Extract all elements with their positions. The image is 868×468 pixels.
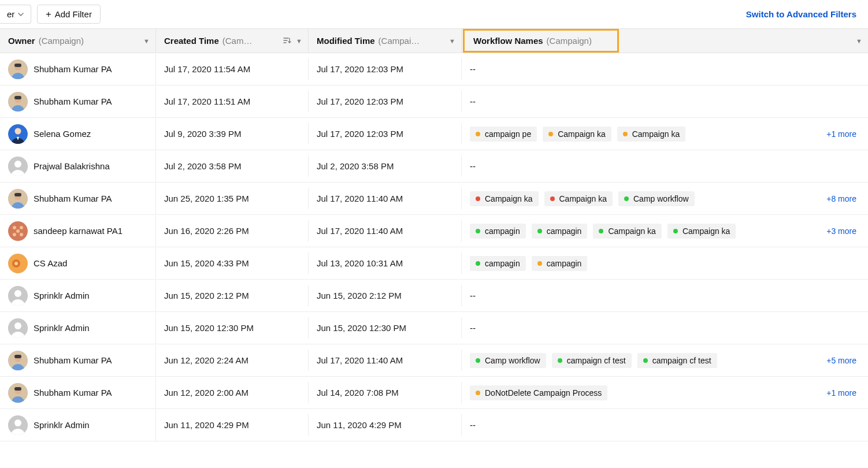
modified-time: Jul 2, 2020 3:58 PM [317, 161, 394, 171]
owner-name: Shubham Kumar PA [34, 388, 112, 398]
modified-time: Jun 15, 2020 12:30 PM [317, 323, 406, 333]
header-sublabel: (Campaign) [39, 36, 84, 46]
table-row[interactable]: Shubham Kumar PAJul 17, 2020 11:54 AMJul… [0, 53, 868, 86]
caret-down-icon[interactable]: ▼ [856, 38, 862, 44]
avatar [8, 60, 28, 79]
workflow-tag[interactable]: Campaign ka [543, 127, 611, 142]
svg-point-18 [16, 229, 20, 233]
filter-dropdown-button[interactable]: er [0, 5, 31, 24]
table-row[interactable]: Selena GomezJul 9, 2020 3:39 PMJul 17, 2… [0, 118, 868, 150]
tag-text: Campaign ka [558, 129, 606, 139]
tag-text: campaign cf test [652, 356, 711, 365]
modified-time: Jul 17, 2020 12:03 PM [317, 129, 403, 139]
add-filter-button[interactable]: + Add Filter [37, 5, 101, 24]
workflow-tag[interactable]: Campaign ka [544, 191, 613, 206]
more-tags-link[interactable]: +8 more [826, 194, 860, 203]
tag-text: DoNotDelete Campaign Process [485, 388, 602, 398]
cell-workflow: -- [462, 317, 868, 339]
workflow-tag[interactable]: DoNotDelete Campaign Process [470, 385, 607, 400]
status-dot-icon [548, 132, 553, 136]
tag-text: campagin [547, 226, 582, 236]
column-header-created[interactable]: Created Time (Cam… ▼ [156, 29, 309, 53]
created-time: Jun 15, 2020 2:12 PM [164, 291, 249, 300]
header-label: Created Time [164, 36, 219, 46]
workflow-tag[interactable]: Campaign ka [593, 224, 662, 239]
table-row[interactable]: Sprinklr AdminJun 15, 2020 2:12 PMJun 15… [0, 280, 868, 312]
table-row[interactable]: Shubham Kumar PAJun 25, 2020 1:35 PMJul … [0, 183, 868, 215]
plus-icon: + [46, 10, 51, 19]
avatar [8, 254, 28, 273]
table-body: Shubham Kumar PAJul 17, 2020 11:54 AMJul… [0, 53, 868, 441]
modified-time: Jun 15, 2020 2:12 PM [317, 291, 402, 300]
more-tags-link[interactable]: +1 more [826, 129, 860, 139]
created-time: Jun 11, 2020 4:29 PM [164, 420, 249, 430]
status-dot-icon [537, 261, 542, 266]
more-tags-link[interactable]: +5 more [826, 356, 860, 365]
column-header-workflow[interactable]: Workflow Names (Campaign) ▼ [462, 29, 868, 53]
workflow-tag[interactable]: campagin [532, 224, 588, 239]
status-dot-icon [476, 132, 480, 136]
modified-time: Jul 14, 2020 7:08 PM [317, 388, 399, 398]
data-table: Owner (Campaign) ▼ Created Time (Cam… ▼ … [0, 28, 868, 441]
table-row[interactable]: Sprinklr AdminJun 15, 2020 12:30 PMJun 1… [0, 312, 868, 344]
avatar [8, 383, 28, 403]
column-header-modified[interactable]: Modified Time (Campai… ▼ [309, 29, 462, 53]
table-row[interactable]: Prajwal BalakrishnaJul 2, 2020 3:58 PMJu… [0, 150, 868, 183]
more-tags-link[interactable]: +1 more [826, 388, 860, 398]
cell-created: Jun 16, 2020 2:26 PM [156, 220, 309, 242]
owner-name: Shubham Kumar PA [34, 64, 112, 74]
table-row[interactable]: Shubham Kumar PAJun 12, 2020 2:24 AMJul … [0, 344, 868, 377]
avatar [8, 189, 28, 209]
cell-workflow: Camp workflowcampaign cf testcampaign cf… [462, 347, 868, 374]
table-row[interactable]: sandeep karnawat PA1Jun 16, 2020 2:26 PM… [0, 215, 868, 247]
header-sublabel: (Cam… [222, 36, 253, 46]
svg-point-21 [14, 262, 18, 265]
avatar [8, 157, 28, 176]
cell-workflow: campagincampaginCampaign kaCampaign ka+3… [462, 218, 868, 244]
tag-text: Campaign ka [485, 194, 533, 203]
cell-created: Jun 12, 2020 2:00 AM [156, 382, 309, 403]
workflow-tag[interactable]: Campaign ka [667, 224, 736, 239]
cell-owner: Sprinklr Admin [0, 313, 156, 344]
workflow-tag[interactable]: Camp workflow [618, 191, 695, 206]
cell-created: Jul 9, 2020 3:39 PM [156, 123, 309, 144]
workflow-tag[interactable]: campaign cf test [637, 353, 717, 368]
more-tags-link[interactable]: +3 more [826, 226, 860, 236]
workflow-tag[interactable]: campaign pe [470, 127, 537, 142]
workflow-tag[interactable]: Campaign ka [470, 191, 539, 206]
cell-created: Jul 17, 2020 11:54 AM [156, 58, 309, 80]
cell-owner: sandeep karnawat PA1 [0, 216, 156, 247]
cell-owner: CS Azad [0, 248, 156, 279]
table-row[interactable]: Sprinklr AdminJun 11, 2020 4:29 PMJun 11… [0, 409, 868, 441]
workflow-tag[interactable]: Camp workflow [470, 353, 546, 368]
created-time: Jun 25, 2020 1:35 PM [164, 194, 249, 203]
switch-advanced-filters-link[interactable]: Switch to Advanced Filters [746, 9, 868, 19]
cell-created: Jun 12, 2020 2:24 AM [156, 350, 309, 371]
table-row[interactable]: Shubham Kumar PAJun 12, 2020 2:00 AMJul … [0, 377, 868, 409]
cell-modified: Jun 11, 2020 4:29 PM [309, 414, 462, 436]
tag-text: Campaign ka [559, 194, 607, 203]
workflow-tag[interactable]: campagin [470, 256, 526, 271]
status-dot-icon [476, 358, 480, 363]
workflow-tag[interactable]: Campaign ka [617, 127, 686, 142]
sort-icon[interactable] [283, 37, 291, 45]
cell-owner: Shubham Kumar PA [0, 54, 156, 85]
table-row[interactable]: Shubham Kumar PAJul 17, 2020 11:51 AMJul… [0, 86, 868, 118]
cell-modified: Jul 17, 2020 12:03 PM [309, 58, 462, 80]
caret-down-icon[interactable]: ▼ [143, 38, 150, 44]
table-row[interactable]: CS AzadJun 15, 2020 4:33 PMJul 13, 2020 … [0, 247, 868, 280]
caret-down-icon[interactable]: ▼ [449, 38, 455, 44]
svg-point-33 [14, 419, 21, 426]
empty-value: -- [470, 64, 476, 74]
cell-owner: Prajwal Balakrishna [0, 151, 156, 182]
caret-down-icon[interactable]: ▼ [296, 38, 302, 44]
owner-name: Shubham Kumar PA [34, 96, 112, 106]
modified-time: Jul 17, 2020 12:03 PM [317, 96, 403, 106]
status-dot-icon [623, 132, 628, 136]
cell-modified: Jul 17, 2020 11:40 AM [309, 188, 462, 209]
workflow-tag[interactable]: campagin [470, 224, 526, 239]
cell-modified: Jul 17, 2020 11:40 AM [309, 350, 462, 371]
workflow-tag[interactable]: campaign cf test [552, 353, 632, 368]
column-header-owner[interactable]: Owner (Campaign) ▼ [0, 29, 156, 53]
workflow-tag[interactable]: campagin [532, 256, 588, 271]
